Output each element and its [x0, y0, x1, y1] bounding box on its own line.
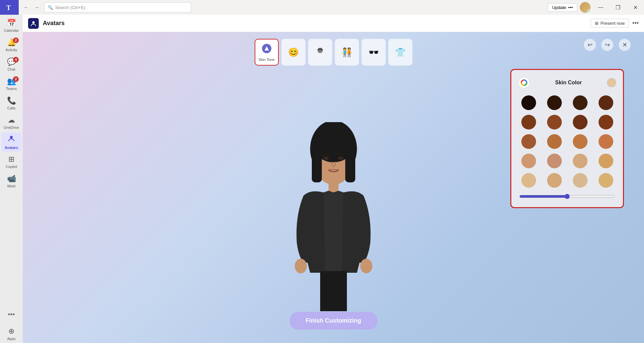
svg-point-3 — [32, 21, 35, 23]
svg-rect-5 — [265, 49, 268, 50]
teams-badge: 2 — [13, 76, 19, 82]
clothing-icon: 👕 — [395, 47, 406, 58]
svg-rect-10 — [312, 142, 322, 182]
update-button[interactable]: Update ••• — [548, 3, 577, 12]
svg-point-12 — [324, 157, 329, 160]
search-placeholder: Search (Ctrl+E) — [55, 5, 85, 10]
sidebar-label-onedrive: OneDrive — [4, 125, 19, 130]
color-swatch-1-4[interactable] — [599, 95, 613, 110]
present-label: Present now — [601, 21, 625, 26]
titlebar: T ← → 🔍 Search (Ctrl+E) Update ••• — ❐ ✕ — [0, 0, 644, 15]
sidebar-label-teams: Teams — [6, 87, 17, 91]
undo-button[interactable]: ↩ — [584, 39, 596, 51]
color-swatch-2-4[interactable] — [599, 115, 613, 130]
sidebar-item-meet[interactable]: 📹 Meet — [1, 172, 21, 190]
color-swatch-1-2[interactable] — [547, 95, 562, 110]
sidebar-label-meet: Meet — [7, 184, 15, 188]
clothing-button[interactable]: 👕 — [388, 39, 412, 66]
sidebar-item-more[interactable]: ••• — [1, 305, 21, 324]
skin-slider-row[interactable] — [518, 194, 616, 200]
color-swatch-2-1[interactable] — [521, 115, 536, 130]
sidebar-item-avatars[interactable]: Avatars — [1, 133, 21, 152]
body-button[interactable]: 🧑‍🤝‍🧑 — [335, 39, 359, 66]
page-title: Avatars — [43, 20, 65, 27]
back-button[interactable]: ← — [21, 3, 31, 12]
status-indicator — [587, 9, 591, 13]
svg-point-19 — [519, 77, 529, 88]
skin-tone-label: Skin Tone — [258, 58, 274, 62]
sidebar-label-calls: Calls — [7, 106, 15, 110]
sidebar-item-onedrive[interactable]: ☁ OneDrive — [1, 113, 21, 132]
close-customization-button[interactable]: ✕ — [619, 39, 631, 51]
color-swatch-1-1[interactable] — [521, 95, 536, 110]
app-icon — [28, 18, 39, 29]
redo-button[interactable]: ↪ — [601, 39, 613, 51]
color-swatch-5-4[interactable] — [599, 173, 613, 188]
svg-text:T: T — [6, 4, 11, 11]
color-grid — [518, 95, 616, 188]
toolbar-controls: ↩ ↪ ✕ — [584, 39, 631, 51]
sidebar-item-calendar[interactable]: 📅 Calendar — [1, 16, 21, 35]
sidebar-item-calls[interactable]: 📞 Calls — [1, 94, 21, 112]
selected-color-swatch[interactable] — [607, 78, 616, 87]
meet-icon: 📹 — [7, 174, 16, 183]
search-bar[interactable]: 🔍 Search (Ctrl+E) — [44, 2, 191, 12]
svg-point-2 — [10, 136, 13, 139]
search-icon: 🔍 — [48, 5, 53, 10]
present-now-button[interactable]: ⊞ Present now — [591, 19, 629, 28]
skin-tone-icon — [261, 43, 272, 56]
svg-rect-11 — [345, 142, 355, 182]
nav-buttons: ← → — [19, 3, 44, 12]
accessories-button[interactable]: 🕶️ — [362, 39, 386, 66]
face-icon: 😊 — [288, 47, 299, 58]
sidebar-label-avatars: Avatars — [5, 146, 18, 150]
svg-point-16 — [295, 259, 307, 273]
color-swatch-2-3[interactable] — [573, 115, 588, 130]
sidebar-label-calendar: Calendar — [4, 28, 19, 32]
color-swatch-3-1[interactable] — [521, 134, 536, 149]
finish-customizing-button[interactable]: Finish Customizing — [290, 312, 377, 330]
color-swatch-3-2[interactable] — [547, 134, 562, 149]
color-swatch-4-2[interactable] — [547, 154, 562, 168]
sidebar-item-chat[interactable]: 💬 Chat 4 — [1, 55, 21, 74]
sidebar: 📅 Calendar 🔔 Activity 2 💬 Chat 4 👥 Teams… — [0, 15, 23, 343]
customization-toolbar: Skin Tone 😊 🧑‍🤝‍🧑 🕶️ — [255, 39, 412, 66]
topbar: Avatars ⊞ Present now ••• — [23, 15, 644, 32]
color-swatch-5-2[interactable] — [547, 173, 562, 188]
skin-color-panel: Skin Color — [510, 69, 624, 208]
forward-button[interactable]: → — [32, 3, 41, 12]
onedrive-icon: ☁ — [8, 116, 15, 124]
svg-rect-14 — [329, 181, 339, 192]
update-label: Update — [552, 5, 566, 10]
color-swatch-4-1[interactable] — [521, 154, 536, 168]
sidebar-item-teams[interactable]: 👥 Teams 2 — [1, 74, 21, 93]
accessories-icon: 🕶️ — [368, 47, 379, 58]
svg-point-17 — [360, 259, 372, 273]
hair-button[interactable] — [308, 39, 332, 66]
avatar-area: Skin Tone 😊 🧑‍🤝‍🧑 🕶️ — [23, 32, 644, 343]
topbar-more-button[interactable]: ••• — [632, 20, 639, 27]
color-swatch-4-4[interactable] — [599, 154, 613, 168]
face-button[interactable]: 😊 — [281, 39, 305, 66]
sidebar-item-apps[interactable]: ⊕ Apps — [1, 324, 21, 343]
color-swatch-4-3[interactable] — [573, 154, 588, 168]
color-swatch-5-3[interactable] — [573, 173, 588, 188]
skin-tone-button[interactable]: Skin Tone — [255, 39, 279, 66]
color-swatch-5-1[interactable] — [521, 173, 536, 188]
maximize-button[interactable]: ❐ — [611, 0, 625, 15]
body-icon: 🧑‍🤝‍🧑 — [342, 47, 352, 58]
activity-badge: 2 — [13, 37, 19, 43]
copilot-icon: ⊞ — [8, 155, 14, 164]
sidebar-item-copilot[interactable]: ⊞ Copilot — [1, 152, 21, 171]
skin-panel-logo — [518, 77, 530, 89]
color-swatch-1-3[interactable] — [573, 95, 588, 110]
skin-tone-slider[interactable] — [519, 194, 615, 199]
color-swatch-3-3[interactable] — [573, 134, 588, 149]
color-swatch-2-2[interactable] — [547, 115, 562, 130]
close-button[interactable]: ✕ — [628, 0, 643, 15]
sidebar-item-activity[interactable]: 🔔 Activity 2 — [1, 35, 21, 54]
user-avatar[interactable] — [580, 2, 591, 13]
color-swatch-3-4[interactable] — [599, 134, 613, 149]
sidebar-label-apps: Apps — [7, 337, 15, 341]
minimize-button[interactable]: — — [593, 0, 608, 15]
